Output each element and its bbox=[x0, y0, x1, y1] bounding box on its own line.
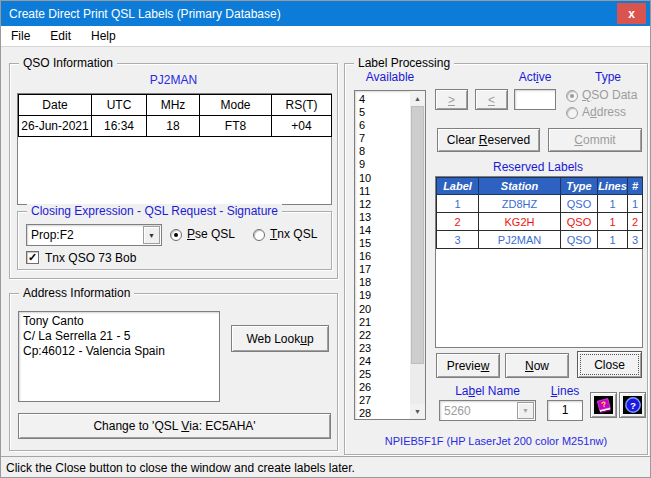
help-book-button[interactable]: ? bbox=[590, 392, 617, 418]
available-item[interactable]: 16 bbox=[356, 250, 409, 263]
signature-checkbox[interactable]: ✓ bbox=[26, 251, 39, 264]
printer-name: NPIEB5F1F (HP LaserJet 200 color M251nw) bbox=[345, 435, 647, 447]
qso-col-utc: UTC bbox=[92, 95, 147, 116]
available-item[interactable]: 5 bbox=[356, 106, 409, 119]
qso-col-date: Date bbox=[19, 95, 92, 116]
available-item[interactable]: 6 bbox=[356, 119, 409, 132]
scroll-down-icon[interactable]: ▼ bbox=[410, 404, 425, 419]
available-item[interactable]: 17 bbox=[356, 263, 409, 276]
available-item[interactable]: 9 bbox=[356, 158, 409, 171]
available-item[interactable]: 26 bbox=[356, 381, 409, 394]
qso-date: 26-Jun-2021 bbox=[19, 116, 92, 137]
menu-file[interactable]: File bbox=[1, 27, 40, 45]
title-bar: Create Direct Print QSL Labels (Primary … bbox=[1, 1, 651, 26]
available-scrollbar[interactable]: ▲ ▼ bbox=[410, 91, 425, 419]
available-item[interactable]: 22 bbox=[356, 329, 409, 342]
available-item[interactable]: 14 bbox=[356, 224, 409, 237]
radio-qso-data[interactable] bbox=[566, 90, 578, 102]
qso-col-mhz: MHz bbox=[147, 95, 200, 116]
available-item[interactable]: 20 bbox=[356, 303, 409, 316]
commit-button[interactable]: Commit bbox=[548, 128, 642, 152]
radio-address[interactable] bbox=[566, 107, 578, 119]
svg-text:?: ? bbox=[629, 400, 635, 411]
qso-information-caption: QSO Information bbox=[19, 56, 117, 70]
move-left-button[interactable]: < bbox=[475, 89, 508, 110]
now-button[interactable]: Now bbox=[505, 353, 569, 378]
col-station: Station bbox=[479, 178, 561, 195]
radio-pse-qsl-label[interactable]: Pse QSL bbox=[187, 227, 235, 241]
chevron-down-icon: ▼ bbox=[148, 232, 155, 239]
lines-label: Lines bbox=[543, 384, 587, 398]
web-lookup-button[interactable]: Web Lookup bbox=[231, 325, 329, 352]
radio-tnx-qsl-label[interactable]: Tnx QSL bbox=[270, 227, 317, 241]
available-item[interactable]: 12 bbox=[356, 198, 409, 211]
available-listbox[interactable]: 4567891011121314151617181920212223242526… bbox=[354, 90, 426, 420]
available-item[interactable]: 15 bbox=[356, 237, 409, 250]
closing-expression-value: Prop:F2 bbox=[31, 228, 74, 242]
label-name-combo[interactable]: 5260 ▼ bbox=[439, 400, 536, 421]
col-type: Type bbox=[561, 178, 598, 195]
change-qsl-via-button[interactable]: Change to 'QSL Via: EC5AHA' bbox=[18, 413, 331, 439]
window-title: Create Direct Print QSL Labels (Primary … bbox=[1, 7, 281, 21]
available-item[interactable]: 10 bbox=[356, 172, 409, 185]
available-item[interactable]: 18 bbox=[356, 276, 409, 289]
menu-help[interactable]: Help bbox=[81, 27, 126, 45]
closing-expression-group: Closing Expression - QSL Request - Signa… bbox=[17, 211, 332, 270]
qso-callsign: PJ2MAN bbox=[10, 73, 337, 87]
qso-col-mode: Mode bbox=[200, 95, 272, 116]
available-item[interactable]: 13 bbox=[356, 211, 409, 224]
reserved-row[interactable]: 1 ZD8HZ QSO 1 1 bbox=[437, 195, 643, 213]
col-lines: Lines bbox=[598, 178, 628, 195]
radio-pse-qsl[interactable] bbox=[170, 229, 182, 241]
chevron-down-icon: ▼ bbox=[517, 402, 534, 419]
scrollbar-thumb[interactable] bbox=[411, 106, 424, 364]
qso-table-header-row: Date UTC MHz Mode RS(T) bbox=[19, 95, 332, 116]
book-icon: ? bbox=[594, 396, 613, 414]
available-item[interactable]: 4 bbox=[356, 93, 409, 106]
close-icon: x bbox=[628, 7, 635, 21]
qso-table-data-row: 26-Jun-2021 16:34 18 FT8 +04 bbox=[19, 116, 332, 137]
reserved-row[interactable]: 3 PJ2MAN QSO 1 3 bbox=[437, 231, 643, 249]
move-right-button[interactable]: > bbox=[435, 89, 468, 110]
address-information-group: Address Information Tony Canto C/ La Ser… bbox=[9, 293, 338, 451]
reserved-header-row: Label Station Type Lines # bbox=[437, 178, 643, 195]
closing-expression-combo[interactable]: Prop:F2 ▼ bbox=[26, 224, 162, 246]
checkmark-icon: ✓ bbox=[28, 252, 37, 263]
reserved-labels-panel: Label Station Type Lines # 1 ZD8HZ QSO 1… bbox=[435, 176, 643, 348]
address-textarea[interactable]: Tony Canto C/ La Serrella 21 - 5 Cp:4601… bbox=[18, 311, 220, 402]
label-name-label: Label Name bbox=[439, 384, 536, 398]
qso-table-panel: Date UTC MHz Mode RS(T) 26-Jun-2021 16:3… bbox=[17, 93, 332, 205]
menu-edit[interactable]: Edit bbox=[40, 27, 81, 45]
qso-mhz: 18 bbox=[147, 116, 200, 137]
qso-utc: 16:34 bbox=[92, 116, 147, 137]
available-item[interactable]: 23 bbox=[356, 342, 409, 355]
available-item[interactable]: 27 bbox=[356, 394, 409, 407]
available-item[interactable]: 7 bbox=[356, 132, 409, 145]
available-item[interactable]: 24 bbox=[356, 355, 409, 368]
scroll-up-icon[interactable]: ▲ bbox=[410, 91, 425, 106]
available-item[interactable]: 8 bbox=[356, 145, 409, 158]
clear-reserved-button[interactable]: Clear Reserved bbox=[437, 128, 540, 152]
radio-tnx-qsl[interactable] bbox=[253, 229, 265, 241]
reserved-row[interactable]: 2 KG2H QSO 1 2 bbox=[437, 213, 643, 231]
closing-expression-caption: Closing Expression - QSL Request - Signa… bbox=[27, 204, 282, 218]
address-line: Tony Canto bbox=[23, 314, 219, 329]
close-button-main[interactable]: Close bbox=[577, 351, 642, 378]
qso-information-group: QSO Information PJ2MAN Date UTC MHz Mode… bbox=[9, 63, 338, 279]
help-button[interactable]: ? bbox=[619, 392, 646, 418]
available-item[interactable]: 11 bbox=[356, 185, 409, 198]
address-information-caption: Address Information bbox=[19, 286, 134, 300]
lines-input[interactable]: 1 bbox=[547, 400, 583, 421]
close-button[interactable]: x bbox=[617, 3, 646, 24]
available-item[interactable]: 19 bbox=[356, 289, 409, 302]
signature-checkbox-label[interactable]: Tnx QSO 73 Bob bbox=[45, 251, 136, 265]
reserved-labels-table: Label Station Type Lines # 1 ZD8HZ QSO 1… bbox=[436, 177, 643, 249]
available-item[interactable]: 25 bbox=[356, 368, 409, 381]
available-item[interactable]: 28 bbox=[356, 407, 409, 418]
combo-dropdown-button[interactable]: ▼ bbox=[143, 226, 160, 244]
qso-rst: +04 bbox=[272, 116, 332, 137]
preview-button[interactable]: Preview bbox=[436, 353, 500, 378]
active-input[interactable] bbox=[514, 89, 556, 110]
label-processing-group: Label Processing Available 4567891011121… bbox=[344, 63, 648, 455]
available-item[interactable]: 21 bbox=[356, 316, 409, 329]
